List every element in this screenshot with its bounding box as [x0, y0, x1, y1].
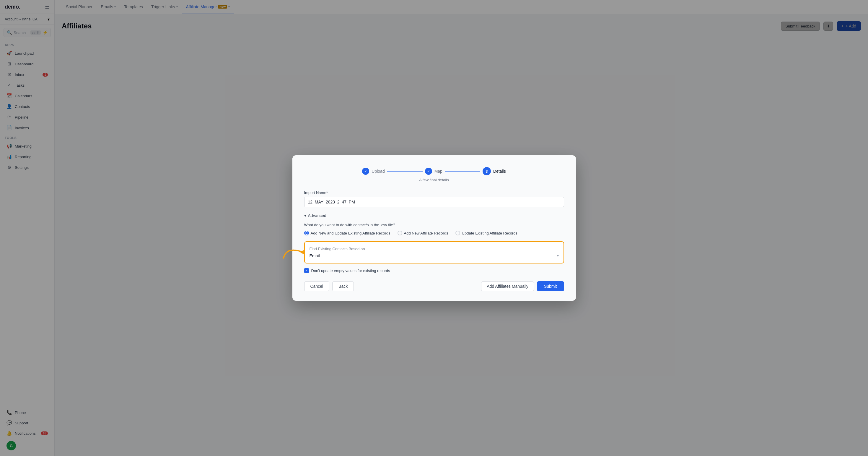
step-subtitle: A few final details: [304, 178, 564, 182]
footer-left: Cancel Back: [304, 281, 354, 291]
step-details-number: 3: [483, 167, 491, 175]
radio-dot-selected: [304, 231, 309, 235]
radio-label: Add New and Update Existing Affiliate Re…: [311, 231, 391, 235]
find-contacts-label: Find Existing Contacts Based on: [310, 247, 559, 251]
chevron-down-icon: ▾: [304, 213, 306, 218]
step-upload: ✓ Upload: [362, 168, 384, 175]
step-details-label: Details: [493, 169, 506, 174]
dont-update-checkbox[interactable]: ✓: [304, 268, 309, 273]
main-content: Social Planner Emails ▾ Templates Trigge…: [55, 0, 868, 456]
step-upload-icon: ✓: [362, 168, 369, 175]
advanced-toggle[interactable]: ▾ Advanced: [304, 213, 564, 218]
advanced-content: What do you want to do with contact/s in…: [304, 223, 564, 273]
stepper: ✓ Upload ✓ Map 3 Details: [304, 167, 564, 175]
step-upload-label: Upload: [372, 169, 384, 174]
step-map-label: Map: [434, 169, 442, 174]
question-text: What do you want to do with contact/s in…: [304, 223, 564, 227]
radio-add-new[interactable]: Add New Affiliate Records: [398, 231, 448, 235]
submit-button[interactable]: Submit: [537, 281, 564, 291]
arrow-annotation: [281, 243, 307, 262]
radio-label: Update Existing Affiliate Records: [462, 231, 518, 235]
import-name-label: Import Name*: [304, 191, 564, 195]
cancel-button[interactable]: Cancel: [304, 281, 330, 291]
add-affiliates-manually-button[interactable]: Add Affiliates Manually: [481, 281, 534, 291]
radio-group: Add New and Update Existing Affiliate Re…: [304, 231, 564, 235]
chevron-down-icon: ▾: [557, 254, 559, 258]
step-line-2: [445, 171, 480, 172]
dialog-overlay: ✓ Upload ✓ Map 3 Details A few final det…: [55, 0, 868, 456]
radio-dot-unselected: [456, 231, 460, 235]
radio-add-update[interactable]: Add New and Update Existing Affiliate Re…: [304, 231, 391, 235]
dialog-footer: Cancel Back Add Affiliates Manually Subm…: [304, 281, 564, 291]
footer-right: Add Affiliates Manually Submit: [481, 281, 564, 291]
radio-dot-unselected: [398, 231, 402, 235]
import-name-group: Import Name*: [304, 191, 564, 207]
find-contacts-container: Find Existing Contacts Based on Email ▾: [304, 241, 564, 263]
checkbox-group[interactable]: ✓ Don't update empty values for existing…: [304, 268, 564, 273]
advanced-label: Advanced: [308, 213, 327, 218]
back-button[interactable]: Back: [332, 281, 354, 291]
step-details: 3 Details: [483, 167, 506, 175]
radio-label: Add New Affiliate Records: [404, 231, 448, 235]
step-map: ✓ Map: [425, 168, 442, 175]
check-icon: ✓: [305, 269, 308, 273]
import-name-input[interactable]: [304, 197, 564, 207]
step-line-1: [387, 171, 423, 172]
step-map-icon: ✓: [425, 168, 432, 175]
radio-update-existing[interactable]: Update Existing Affiliate Records: [456, 231, 518, 235]
find-contacts-box: Find Existing Contacts Based on Email ▾: [304, 241, 564, 263]
import-dialog: ✓ Upload ✓ Map 3 Details A few final det…: [292, 155, 576, 301]
find-contacts-select[interactable]: Email ▾: [310, 253, 559, 258]
select-value: Email: [310, 253, 320, 258]
checkbox-label: Don't update empty values for existing r…: [311, 268, 390, 273]
